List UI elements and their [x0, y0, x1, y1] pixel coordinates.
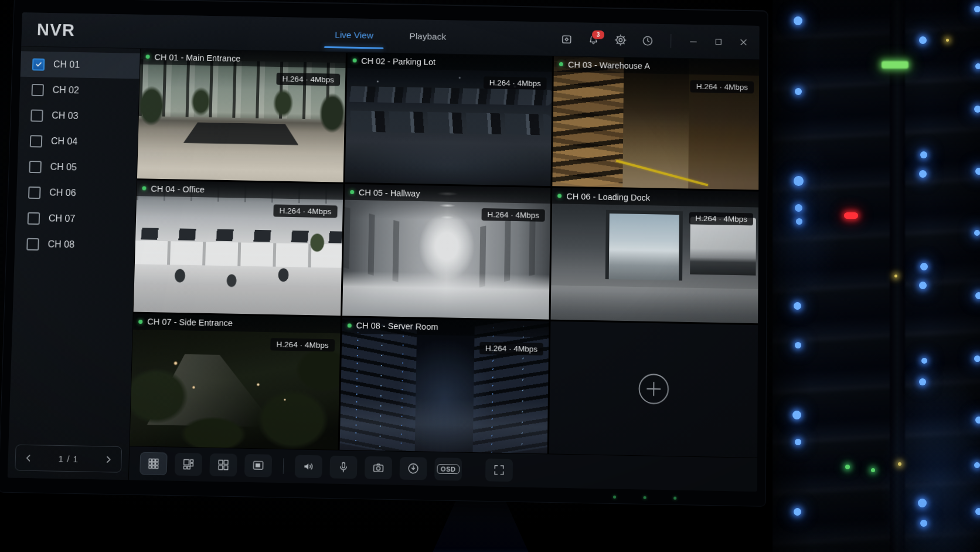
sidebar-item-ch08[interactable]: CH 08	[15, 231, 135, 259]
stream-info-badge: H.264 · 4Mbps	[484, 76, 547, 90]
rack-glow	[773, 0, 980, 552]
power-led	[613, 496, 616, 499]
monitor-power-leds	[613, 496, 676, 500]
stream-info-badge: H.264 · 4Mbps	[270, 338, 335, 351]
scene-decor	[553, 56, 624, 190]
tab-live-view[interactable]: Live View	[334, 26, 375, 45]
window-maximize-button[interactable]	[713, 36, 724, 47]
snapshot-camera-button[interactable]	[365, 456, 392, 480]
window-close-button[interactable]	[739, 37, 749, 48]
camera-title: CH 05 - Hallway	[359, 188, 420, 198]
scene-decor	[690, 216, 756, 275]
recording-dot-icon	[347, 323, 351, 327]
scene-decor	[137, 49, 346, 182]
server-room-scene: NVR Live View Playback 3	[0, 0, 980, 552]
checkbox-checked-icon[interactable]	[32, 58, 45, 70]
tab-playback[interactable]: Playback	[408, 28, 447, 46]
stream-info-badge: H.264 · 4Mbps	[690, 80, 754, 94]
clock-icon[interactable]	[641, 35, 654, 47]
sidebar-item-ch05[interactable]: CH 05	[17, 154, 137, 182]
sidebar-item-ch04[interactable]: CH 04	[18, 128, 138, 155]
sidebar-spacer	[9, 256, 134, 439]
main-column: CH 01 - Main Entrance H.264 · 4Mbps CH 0…	[129, 49, 759, 492]
channel-label: CH 02	[52, 85, 79, 96]
scene-decor	[622, 57, 689, 189]
notifications-bell-icon[interactable]: 3	[587, 33, 600, 46]
stream-info-badge: H.264 · 4Mbps	[273, 205, 337, 218]
recording-dot-icon	[146, 55, 150, 59]
checkbox-icon[interactable]	[28, 186, 41, 198]
recording-dot-icon	[557, 194, 562, 198]
monitor-bezel: NVR Live View Playback 3	[0, 0, 768, 506]
scene-decor	[130, 313, 340, 449]
next-page-button[interactable]	[104, 455, 113, 464]
camera-title: CH 08 - Server Room	[356, 321, 438, 332]
layout-single-view-button[interactable]	[244, 454, 272, 478]
scene-decor	[605, 210, 683, 280]
ptz-control-button[interactable]	[400, 457, 427, 480]
camera-title: CH 07 - Side Entrance	[147, 317, 233, 328]
checkbox-icon[interactable]	[31, 83, 44, 96]
notification-count-badge: 3	[591, 29, 605, 39]
header-icon-group: 3	[560, 32, 748, 50]
audio-speaker-button[interactable]	[295, 455, 322, 479]
window-controls-divider	[671, 34, 671, 48]
camera-title: CH 06 - Loading Dock	[566, 191, 650, 202]
camera-tile-ch02[interactable]: CH 02 - Parking Lot H.264 · 4Mbps	[345, 52, 552, 186]
osd-toggle-button[interactable]: OSD	[434, 458, 462, 481]
recording-dot-icon	[350, 190, 354, 194]
sidebar-item-ch02[interactable]: CH 02	[19, 77, 139, 104]
fullscreen-button[interactable]	[485, 459, 513, 482]
add-camera-button[interactable]	[637, 372, 671, 407]
checkbox-icon[interactable]	[29, 160, 42, 172]
camera-tile-ch08[interactable]: CH 08 - Server Room H.264 · 4Mbps	[339, 317, 549, 454]
scene-decor	[342, 184, 551, 319]
settings-gear-icon[interactable]	[614, 33, 627, 46]
camera-title: CH 02 - Parking Lot	[361, 56, 435, 66]
checkbox-icon[interactable]	[28, 212, 40, 224]
camera-tile-ch05[interactable]: CH 05 - Hallway H.264 · 4Mbps	[342, 184, 551, 319]
camera-tile-ch07[interactable]: CH 07 - Side Entrance H.264 · 4Mbps	[130, 313, 340, 449]
app-body: CH 01 CH 02 CH 03 CH 04	[8, 46, 759, 492]
sidebar-item-ch07[interactable]: CH 07	[15, 205, 135, 233]
channel-label: CH 07	[49, 213, 76, 224]
stream-info-badge: H.264 · 4Mbps	[481, 208, 545, 222]
channel-label: CH 01	[53, 59, 80, 70]
camera-grid: CH 01 - Main Entrance H.264 · 4Mbps CH 0…	[130, 49, 759, 458]
checkbox-icon[interactable]	[30, 135, 43, 147]
layout-grid-2x2-button[interactable]	[209, 453, 237, 477]
checkbox-icon[interactable]	[26, 238, 39, 250]
channel-sidebar: CH 01 CH 02 CH 03 CH 04	[8, 46, 141, 480]
scene-decor	[339, 317, 549, 454]
prev-page-button[interactable]	[24, 453, 33, 463]
camera-tile-ch06[interactable]: CH 06 - Loading Dock H.264 · 4Mbps	[551, 188, 758, 323]
toolbar-divider	[283, 458, 284, 473]
sidebar-item-ch06[interactable]: CH 06	[16, 179, 137, 207]
channel-label: CH 04	[51, 136, 78, 147]
scene-decor	[345, 52, 552, 186]
checkbox-icon[interactable]	[30, 109, 43, 121]
nvr-app-window: NVR Live View Playback 3	[8, 12, 760, 492]
power-led	[644, 496, 646, 499]
display-stream-icon[interactable]	[560, 33, 573, 45]
channel-label: CH 05	[50, 162, 77, 173]
camera-title: CH 03 - Warehouse A	[568, 60, 650, 70]
channel-label: CH 06	[49, 187, 76, 198]
app-logo: NVR	[37, 20, 76, 40]
sidebar-item-ch01[interactable]: CH 01	[21, 51, 140, 79]
layout-grid-3x3-button[interactable]	[139, 452, 167, 476]
window-minimize-button[interactable]	[688, 36, 699, 47]
sidebar-item-ch03[interactable]: CH 03	[19, 102, 139, 130]
scene-decor	[551, 285, 758, 323]
stream-info-badge: H.264 · 4Mbps	[689, 212, 753, 226]
camera-tile-ch03[interactable]: CH 03 - Warehouse A H.264 · 4Mbps	[553, 56, 760, 190]
microphone-button[interactable]	[329, 456, 357, 479]
camera-tile-ch01[interactable]: CH 01 - Main Entrance H.264 · 4Mbps	[137, 49, 346, 182]
camera-tile-ch04[interactable]: CH 04 - Office H.264 · 4Mbps	[134, 181, 343, 316]
stream-info-badge: H.264 · 4Mbps	[479, 341, 543, 355]
recording-dot-icon	[559, 62, 563, 66]
osd-label: OSD	[437, 464, 460, 474]
layout-1plus5-button[interactable]	[175, 453, 202, 476]
server-rack	[773, 0, 980, 552]
camera-title: CH 04 - Office	[151, 184, 205, 194]
